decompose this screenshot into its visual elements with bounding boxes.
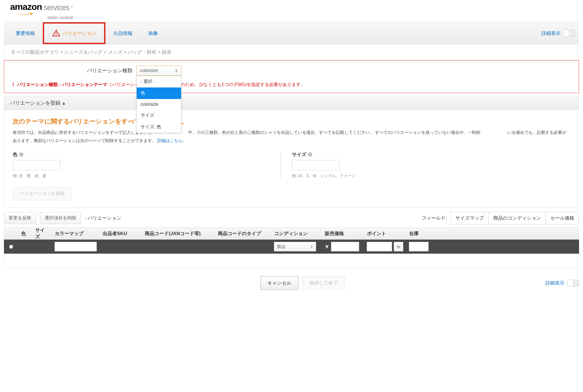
logo-amazon: amazon xyxy=(10,2,42,12)
price-input[interactable] xyxy=(331,242,359,251)
th-point: ポイント xyxy=(364,230,406,237)
point-unit-select[interactable]: % xyxy=(394,242,403,251)
info-icon[interactable]: i xyxy=(19,152,23,157)
detail-toggle-label: 詳細表示 xyxy=(541,30,561,37)
variation-type-option-placeholder[interactable]: - 選択 - xyxy=(137,76,181,87)
logo-swoosh-icon xyxy=(10,13,38,15)
select-arrows-icon: ▲▼ xyxy=(175,69,178,73)
apply-changes-button[interactable]: 変更を反映 xyxy=(4,212,36,224)
detail-toggle[interactable] xyxy=(563,30,575,37)
variation-type-label: バリエーション種類 xyxy=(87,67,132,74)
tab-variation[interactable]: バリエーション xyxy=(43,22,105,44)
bottom-bar: キャンセル 保存して終了 詳細表示 xyxy=(4,276,579,290)
delete-selected-button[interactable]: 選択項目を削除 xyxy=(40,212,81,224)
size-example: 例: 24、S、M、シングル、クイーン xyxy=(292,174,548,179)
register-variation-header[interactable]: バリエーションを登録 ▲ xyxy=(4,96,579,110)
svg-point-1 xyxy=(56,35,57,35)
th-stock: 在庫 xyxy=(406,230,429,237)
variation-type-select[interactable]: colorsize ▲▼ xyxy=(136,66,181,76)
color-input[interactable] xyxy=(13,160,60,170)
th-code: 商品コード(JANコード等) xyxy=(142,230,215,237)
variation-error-panel: バリエーション種類 colorsize ▲▼ - 選択 - 色 colorsiz… xyxy=(4,60,579,93)
logo-seller-central: seller central xyxy=(10,15,73,20)
size-field-label: サイズ xyxy=(292,151,306,158)
collapse-icon: ▲ xyxy=(62,101,66,105)
field-saleprice-button[interactable]: セール価格 xyxy=(546,212,579,224)
tab-important[interactable]: 重要情報 xyxy=(8,22,43,44)
variation-type-dropdown: - 選択 - 色 colorsize サイズ サイズ, 色 xyxy=(136,76,181,133)
breadcrumb-mens[interactable]: メンズ xyxy=(108,49,122,55)
variation-help-text: 各項目では、出品商品に存在するバリエーションをすべて記入します。た 中、小の三種… xyxy=(13,129,570,145)
breadcrumb-bag[interactable]: バッグ・財布 xyxy=(128,49,156,55)
th-colormap: カラーマップ xyxy=(52,230,100,237)
logo-tm: ™ xyxy=(70,6,73,9)
tab-listing[interactable]: 出品情報 xyxy=(105,22,140,44)
th-condition: コンディション xyxy=(271,230,322,237)
table-header-row: 色 サイズ カラーマップ 出品者SKU 商品コード(JANコード等) 商品コード… xyxy=(4,227,579,240)
field-condition-button[interactable]: 商品のコンディション xyxy=(489,212,546,224)
row-checkbox[interactable] xyxy=(9,245,13,249)
variation-error-message: ！バリエーション種類：バリエーションテーマ（バリエーションのテ のため、少なくと… xyxy=(11,82,572,88)
variation-table: 色 サイズ カラーマップ 出品者SKU 商品コード(JANコード等) 商品コード… xyxy=(4,227,579,254)
tab-bar: 重要情報 バリエーション 出品情報 画像 詳細表示 xyxy=(4,22,579,44)
tab-image[interactable]: 画像 xyxy=(140,22,166,44)
cancel-button[interactable]: キャンセル xyxy=(260,276,298,290)
detail-toggle-label-bottom: 詳細表示 xyxy=(545,280,564,286)
stock-input[interactable] xyxy=(409,242,429,251)
error-bang-icon: ！ xyxy=(11,82,15,87)
logo-block: amazon services ™ seller central xyxy=(0,0,583,22)
table-row: 新品 ▲▼ ￥ % xyxy=(4,240,579,254)
th-price: 販売価格 xyxy=(322,230,364,237)
variation-actions-row: 変更を反映 選択項目を削除 - バリエーション フィールド: サイズマップ 商品… xyxy=(4,212,579,224)
breadcrumb-shoes[interactable]: シューズ＆バッグ xyxy=(64,49,102,55)
register-variation-button: バリエーションを登録 xyxy=(13,187,72,200)
detail-toggle-bottom[interactable] xyxy=(567,280,579,287)
th-codetype: 商品コードのタイプ xyxy=(215,230,271,237)
variation-type-option-colorsize[interactable]: colorsize xyxy=(137,99,181,110)
select-arrows-icon: ▲▼ xyxy=(310,245,313,249)
size-input[interactable] xyxy=(292,160,340,170)
breadcrumb-wallet[interactable]: 財布 xyxy=(162,49,172,55)
th-sku: 出品者SKU xyxy=(100,230,142,237)
color-field-label: 色 xyxy=(13,151,17,158)
save-button: 保存して終了 xyxy=(302,276,345,290)
th-size: サイズ xyxy=(32,227,52,240)
variation-type-option-color[interactable]: 色 xyxy=(137,87,181,99)
variation-type-selected: colorsize xyxy=(140,68,158,73)
breadcrumb: すべての製品カテゴリ > シューズ＆バッグ > メンズ > バッグ・財布 > 財… xyxy=(4,44,579,60)
colormap-input[interactable] xyxy=(55,242,97,251)
breadcrumb-all[interactable]: すべての製品カテゴリ xyxy=(11,49,59,55)
help-detail-link[interactable]: 詳細はこちら xyxy=(157,138,183,143)
tab-variation-label: バリエーション xyxy=(63,30,96,37)
info-icon[interactable]: i xyxy=(308,152,312,157)
logo-services: services xyxy=(44,3,69,12)
card-bottom-border xyxy=(4,254,579,268)
variation-heading: 次のテーマに関するバリエーションをすべて入 。 xyxy=(13,117,570,126)
variation-type-option-sizecolor[interactable]: サイズ, 色 xyxy=(137,121,181,133)
register-variation-card: バリエーションを登録 ▲ 次のテーマに関するバリエーションをすべて入 。 各項目… xyxy=(4,96,579,208)
variation-dash-label: - バリエーション xyxy=(85,215,121,221)
variation-type-option-size[interactable]: サイズ xyxy=(137,110,181,121)
warning-icon xyxy=(52,29,60,37)
field-sizemap-button[interactable]: サイズマップ xyxy=(451,212,489,224)
condition-select[interactable]: 新品 ▲▼ xyxy=(274,242,316,251)
th-color: 色 xyxy=(18,230,32,237)
currency-yen-icon: ￥ xyxy=(325,244,329,250)
point-input[interactable] xyxy=(367,242,392,251)
color-example: 例: 赤、青、緑、黄 xyxy=(13,174,280,179)
field-label: フィールド: xyxy=(422,215,447,221)
